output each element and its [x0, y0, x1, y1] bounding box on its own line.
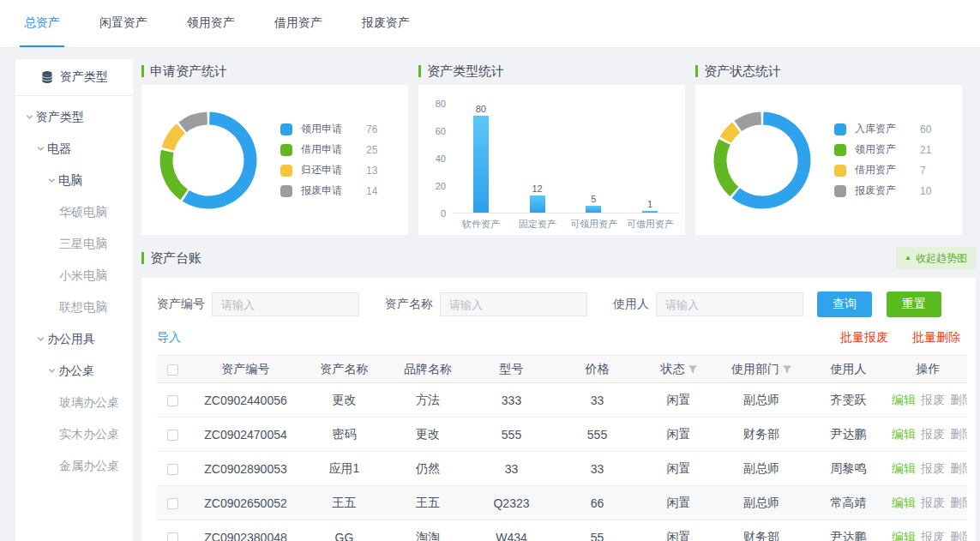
tab-label: 闲置资产: [99, 15, 147, 31]
tree-item-金属办公桌[interactable]: 金属办公桌: [15, 450, 133, 482]
select-all-checkbox[interactable]: [167, 364, 178, 376]
tree-item-电脑[interactable]: 电脑: [15, 165, 133, 196]
row-checkbox[interactable]: [167, 532, 178, 541]
column-header-label: 价格: [586, 362, 610, 376]
delete-link[interactable]: 删除: [950, 461, 967, 475]
tab-borrowed-assets[interactable]: 借用资产: [270, 0, 327, 47]
donut-segment-领用申请: [186, 118, 250, 202]
main-content: 申请资产统计 领用申请76借用申请25归还申请13报废申请14 资产类型统计 0…: [141, 59, 976, 541]
cell-price: 555: [552, 418, 642, 452]
reset-button[interactable]: 重置: [887, 292, 941, 317]
tab-idle-assets[interactable]: 闲置资产: [95, 0, 152, 47]
column-header-使用人: 使用人: [808, 356, 889, 383]
legend-item-报废申请[interactable]: 报废申请14: [280, 183, 377, 198]
chart-title-row: 资产状态统计: [695, 59, 962, 83]
cell-model: Q2323: [471, 486, 552, 520]
links-row: 导入 批量报废 批量删除: [157, 330, 960, 346]
scrap-link[interactable]: 报废: [921, 393, 945, 406]
delete-link[interactable]: 删除: [950, 393, 967, 406]
scrap-link[interactable]: 报废: [921, 427, 945, 441]
legend-item-归还申请[interactable]: 归还申请13: [280, 163, 377, 177]
legend-item-领用资产[interactable]: 领用资产21: [834, 142, 931, 157]
legend-item-借用资产[interactable]: 借用资产7: [834, 163, 931, 177]
tree-item-电器[interactable]: 电器: [15, 133, 133, 165]
tree-item-华硕电脑[interactable]: 华硕电脑: [15, 196, 133, 228]
batch-delete-link[interactable]: 批量删除: [912, 330, 960, 346]
edit-link[interactable]: 编辑: [892, 461, 916, 475]
legend-swatch-icon: [834, 165, 846, 177]
cell-model: 555: [471, 418, 552, 452]
cell-model: 333: [471, 383, 552, 418]
row-checkbox[interactable]: [167, 464, 178, 475]
title-accent-bar: [418, 65, 421, 77]
donut-ring: [152, 104, 265, 217]
cell-model: 33: [471, 452, 552, 486]
column-header-资产编号: 资产编号: [188, 356, 304, 383]
legend-item-领用申请[interactable]: 领用申请76: [280, 122, 377, 136]
legend-item-报废资产[interactable]: 报废资产10: [834, 183, 931, 198]
legend-item-入库资产[interactable]: 入库资产60: [834, 122, 931, 136]
tree-item-联想电脑[interactable]: 联想电脑: [15, 292, 133, 323]
tree-item-label: 小米电脑: [59, 268, 107, 284]
edit-link[interactable]: 编辑: [892, 530, 916, 541]
legend-label: 领用申请: [301, 122, 356, 136]
tree-item-办公桌[interactable]: 办公桌: [15, 355, 133, 387]
scrap-link[interactable]: 报废: [921, 461, 945, 475]
edit-link[interactable]: 编辑: [892, 496, 916, 509]
batch-scrap-link[interactable]: 批量报废: [840, 330, 888, 346]
bar-x-labels: 软件资产固定资产可领用资产可借用资产: [453, 213, 678, 231]
column-header-label: 状态: [661, 362, 685, 376]
tab-scrapped-assets[interactable]: 报废资产: [358, 0, 414, 47]
tree-item-label: 玻璃办公桌: [59, 395, 119, 411]
row-checkbox[interactable]: [167, 395, 178, 406]
donut-segment-领用资产: [720, 141, 734, 191]
tree-item-小米电脑[interactable]: 小米电脑: [15, 260, 133, 292]
legend-item-借用申请[interactable]: 借用申请25: [280, 142, 377, 157]
cell-code: ZC0902890053: [188, 452, 304, 486]
table-row: ZC0902440056更改方法33333闲置副总师齐雯跃编辑报废删除: [157, 383, 967, 418]
asset-name-input[interactable]: [440, 292, 587, 316]
tree-item-玻璃办公桌[interactable]: 玻璃办公桌: [15, 387, 133, 418]
tree-item-办公用具[interactable]: 办公用具: [15, 323, 133, 355]
query-button[interactable]: 查询: [817, 292, 872, 317]
title-accent-bar: [141, 65, 144, 77]
legend-label: 报废资产: [855, 183, 910, 198]
bar-slot-可借用资产: 1: [622, 104, 678, 213]
tree-item-实木办公桌[interactable]: 实木办公桌: [15, 418, 133, 450]
edit-link[interactable]: 编辑: [892, 393, 916, 406]
tab-label: 总资产: [24, 15, 60, 31]
user-input[interactable]: [656, 292, 803, 316]
delete-link[interactable]: 删除: [950, 427, 967, 441]
cell-user: 尹达鹏: [808, 520, 889, 541]
filter-funnel-icon[interactable]: [688, 365, 697, 374]
row-checkbox[interactable]: [167, 430, 178, 441]
chart-title: 申请资产统计: [150, 63, 227, 80]
batch-links: 批量报废 批量删除: [840, 330, 960, 346]
cell-user: 周黎鸣: [808, 452, 889, 486]
tab-claimed-assets[interactable]: 领用资产: [183, 0, 239, 47]
delete-link[interactable]: 删除: [950, 496, 967, 509]
delete-link[interactable]: 删除: [950, 530, 967, 541]
tree-item-三星电脑[interactable]: 三星电脑: [15, 228, 133, 260]
chart-block-apply-stats: 申请资产统计 领用申请76借用申请25归还申请13报废申请14: [141, 59, 408, 235]
import-link[interactable]: 导入: [157, 330, 181, 346]
edit-link[interactable]: 编辑: [892, 427, 916, 441]
filter-funnel-icon[interactable]: [783, 365, 791, 374]
legend-label: 归还申请: [301, 163, 356, 177]
search-row: 资产编号 资产名称 使用人 查询 重置: [157, 292, 960, 317]
collapse-trend-button[interactable]: ▲ 收起趋势图: [896, 247, 976, 269]
cell-actions: 编辑报废删除: [889, 520, 967, 541]
search-group-asset-name: 资产名称: [385, 292, 587, 316]
tree-item-资产类型[interactable]: 资产类型: [15, 101, 133, 133]
donut-segment-入库资产: [736, 118, 804, 202]
column-header-品牌名称: 品牌名称: [385, 356, 471, 383]
row-checkbox[interactable]: [167, 498, 178, 509]
tree-item-label: 华硕电脑: [59, 205, 107, 220]
row-checkbox-cell: [157, 383, 188, 418]
scrap-link[interactable]: 报废: [921, 530, 945, 541]
scrap-link[interactable]: 报废: [921, 496, 945, 509]
legend-swatch-icon: [834, 123, 846, 135]
asset-code-input[interactable]: [212, 292, 359, 316]
tab-total-assets[interactable]: 总资产: [20, 0, 64, 47]
tab-label: 领用资产: [187, 15, 235, 31]
